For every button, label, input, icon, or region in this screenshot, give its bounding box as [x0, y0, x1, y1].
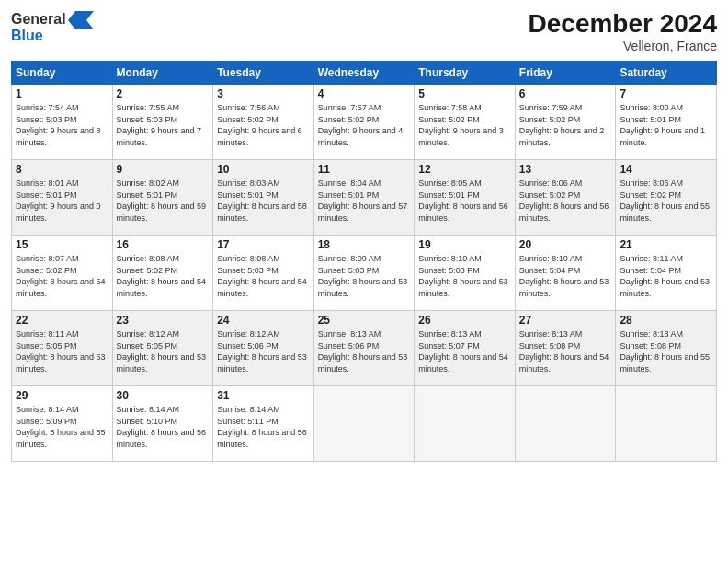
calendar-day-cell: 26 Sunrise: 8:13 AMSunset: 5:07 PMDaylig…: [415, 311, 516, 386]
day-info: Sunrise: 8:14 AMSunset: 5:10 PMDaylight:…: [117, 404, 210, 450]
day-info: Sunrise: 8:06 AMSunset: 5:02 PMDaylight:…: [620, 178, 712, 224]
col-tuesday: Tuesday: [213, 62, 314, 85]
day-number: 20: [519, 238, 612, 251]
calendar-day-cell: 5 Sunrise: 7:58 AMSunset: 5:02 PMDayligh…: [415, 85, 516, 160]
day-number: 3: [217, 87, 310, 100]
calendar-day-cell: 30 Sunrise: 8:14 AMSunset: 5:10 PMDaylig…: [112, 386, 213, 462]
calendar-day-cell: 28 Sunrise: 8:13 AMSunset: 5:08 PMDaylig…: [616, 311, 717, 386]
logo: General Blue: [11, 9, 94, 44]
calendar-week-row: 8 Sunrise: 8:01 AMSunset: 5:01 PMDayligh…: [12, 160, 717, 236]
calendar-day-cell: 16 Sunrise: 8:08 AMSunset: 5:02 PMDaylig…: [112, 236, 213, 311]
calendar-day-cell: [515, 386, 616, 462]
calendar-day-cell: 23 Sunrise: 8:12 AMSunset: 5:05 PMDaylig…: [112, 311, 213, 386]
day-number: 6: [519, 87, 612, 100]
day-info: Sunrise: 8:12 AMSunset: 5:06 PMDaylight:…: [217, 328, 310, 374]
day-number: 19: [418, 238, 511, 251]
calendar-day-cell: 1 Sunrise: 7:54 AMSunset: 5:03 PMDayligh…: [12, 85, 113, 160]
col-monday: Monday: [112, 62, 213, 85]
day-info: Sunrise: 8:08 AMSunset: 5:02 PMDaylight:…: [117, 253, 210, 299]
day-number: 9: [117, 163, 210, 176]
calendar-day-cell: 13 Sunrise: 8:06 AMSunset: 5:02 PMDaylig…: [515, 160, 616, 236]
calendar-week-row: 15 Sunrise: 8:07 AMSunset: 5:02 PMDaylig…: [12, 236, 717, 311]
day-info: Sunrise: 8:09 AMSunset: 5:03 PMDaylight:…: [318, 253, 411, 299]
day-info: Sunrise: 8:10 AMSunset: 5:04 PMDaylight:…: [519, 253, 612, 299]
day-info: Sunrise: 7:58 AMSunset: 5:02 PMDaylight:…: [418, 102, 511, 148]
calendar-day-cell: 29 Sunrise: 8:14 AMSunset: 5:09 PMDaylig…: [12, 386, 113, 462]
day-number: 12: [418, 163, 511, 176]
day-info: Sunrise: 8:13 AMSunset: 5:06 PMDaylight:…: [318, 328, 411, 374]
day-number: 26: [418, 314, 511, 327]
day-number: 31: [217, 389, 310, 402]
calendar-day-cell: 21 Sunrise: 8:11 AMSunset: 5:04 PMDaylig…: [616, 236, 717, 311]
calendar-header-row: Sunday Monday Tuesday Wednesday Thursday…: [12, 62, 717, 85]
calendar-week-row: 22 Sunrise: 8:11 AMSunset: 5:05 PMDaylig…: [12, 311, 717, 386]
calendar-day-cell: 20 Sunrise: 8:10 AMSunset: 5:04 PMDaylig…: [515, 236, 616, 311]
day-number: 21: [620, 238, 712, 251]
day-info: Sunrise: 8:11 AMSunset: 5:04 PMDaylight:…: [620, 253, 712, 299]
page-container: General Blue December 2024 Velleron, Fra…: [0, 0, 728, 563]
col-friday: Friday: [515, 62, 616, 85]
calendar-day-cell: 3 Sunrise: 7:56 AMSunset: 5:02 PMDayligh…: [213, 85, 314, 160]
calendar-day-cell: 14 Sunrise: 8:06 AMSunset: 5:02 PMDaylig…: [616, 160, 717, 236]
day-number: 28: [620, 314, 712, 327]
col-thursday: Thursday: [415, 62, 516, 85]
day-number: 16: [117, 238, 210, 251]
calendar-day-cell: 31 Sunrise: 8:14 AMSunset: 5:11 PMDaylig…: [213, 386, 314, 462]
day-info: Sunrise: 8:13 AMSunset: 5:08 PMDaylight:…: [519, 328, 612, 374]
day-number: 8: [16, 163, 108, 176]
day-number: 18: [318, 238, 411, 251]
calendar-day-cell: 25 Sunrise: 8:13 AMSunset: 5:06 PMDaylig…: [313, 311, 415, 386]
logo-icon: [68, 9, 94, 29]
day-number: 24: [217, 314, 310, 327]
day-number: 2: [117, 87, 210, 100]
day-info: Sunrise: 8:12 AMSunset: 5:05 PMDaylight:…: [117, 328, 210, 374]
calendar-week-row: 29 Sunrise: 8:14 AMSunset: 5:09 PMDaylig…: [12, 386, 717, 462]
day-number: 17: [217, 238, 310, 251]
day-number: 22: [16, 314, 108, 327]
calendar-day-cell: 11 Sunrise: 8:04 AMSunset: 5:01 PMDaylig…: [313, 160, 415, 236]
day-info: Sunrise: 8:14 AMSunset: 5:09 PMDaylight:…: [16, 404, 108, 450]
calendar-day-cell: 22 Sunrise: 8:11 AMSunset: 5:05 PMDaylig…: [12, 311, 113, 386]
calendar-day-cell: 19 Sunrise: 8:10 AMSunset: 5:03 PMDaylig…: [415, 236, 516, 311]
day-number: 27: [519, 314, 612, 327]
day-number: 29: [16, 389, 108, 402]
month-year: December 2024: [529, 9, 717, 39]
calendar-day-cell: 4 Sunrise: 7:57 AMSunset: 5:02 PMDayligh…: [313, 85, 415, 160]
day-info: Sunrise: 8:14 AMSunset: 5:11 PMDaylight:…: [217, 404, 310, 450]
day-number: 25: [318, 314, 411, 327]
location: Velleron, France: [529, 39, 717, 53]
day-number: 5: [418, 87, 511, 100]
col-sunday: Sunday: [12, 62, 113, 85]
calendar-day-cell: 9 Sunrise: 8:02 AMSunset: 5:01 PMDayligh…: [112, 160, 213, 236]
day-info: Sunrise: 8:05 AMSunset: 5:01 PMDaylight:…: [418, 178, 511, 224]
day-info: Sunrise: 8:06 AMSunset: 5:02 PMDaylight:…: [519, 178, 612, 224]
day-info: Sunrise: 8:07 AMSunset: 5:02 PMDaylight:…: [16, 253, 108, 299]
calendar-day-cell: 2 Sunrise: 7:55 AMSunset: 5:03 PMDayligh…: [112, 85, 213, 160]
calendar-day-cell: 15 Sunrise: 8:07 AMSunset: 5:02 PMDaylig…: [12, 236, 113, 311]
day-info: Sunrise: 8:02 AMSunset: 5:01 PMDaylight:…: [117, 178, 210, 224]
day-info: Sunrise: 8:01 AMSunset: 5:01 PMDaylight:…: [16, 178, 108, 224]
calendar-day-cell: 7 Sunrise: 8:00 AMSunset: 5:01 PMDayligh…: [616, 85, 717, 160]
calendar-day-cell: [616, 386, 717, 462]
calendar-day-cell: 10 Sunrise: 8:03 AMSunset: 5:01 PMDaylig…: [213, 160, 314, 236]
calendar: Sunday Monday Tuesday Wednesday Thursday…: [11, 61, 717, 462]
svg-marker-0: [68, 11, 94, 29]
day-info: Sunrise: 7:54 AMSunset: 5:03 PMDaylight:…: [16, 102, 108, 148]
day-number: 13: [519, 163, 612, 176]
calendar-day-cell: [415, 386, 516, 462]
day-info: Sunrise: 8:13 AMSunset: 5:07 PMDaylight:…: [418, 328, 511, 374]
day-number: 30: [117, 389, 210, 402]
day-info: Sunrise: 8:08 AMSunset: 5:03 PMDaylight:…: [217, 253, 310, 299]
calendar-week-row: 1 Sunrise: 7:54 AMSunset: 5:03 PMDayligh…: [12, 85, 717, 160]
day-info: Sunrise: 8:00 AMSunset: 5:01 PMDaylight:…: [620, 102, 712, 148]
day-info: Sunrise: 8:13 AMSunset: 5:08 PMDaylight:…: [620, 328, 712, 374]
day-number: 15: [16, 238, 108, 251]
calendar-day-cell: 17 Sunrise: 8:08 AMSunset: 5:03 PMDaylig…: [213, 236, 314, 311]
logo-blue: Blue: [11, 28, 43, 44]
day-info: Sunrise: 8:10 AMSunset: 5:03 PMDaylight:…: [418, 253, 511, 299]
day-number: 11: [318, 163, 411, 176]
day-number: 1: [16, 87, 108, 100]
day-number: 23: [117, 314, 210, 327]
calendar-day-cell: 18 Sunrise: 8:09 AMSunset: 5:03 PMDaylig…: [313, 236, 415, 311]
day-info: Sunrise: 7:57 AMSunset: 5:02 PMDaylight:…: [318, 102, 411, 148]
